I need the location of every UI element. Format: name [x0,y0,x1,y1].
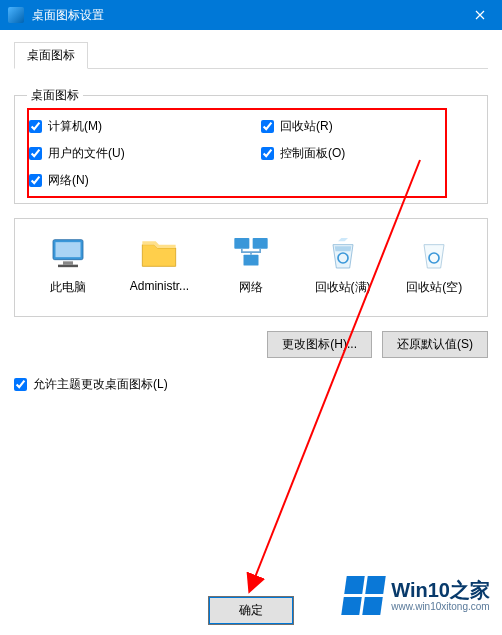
checkbox-allow-theme-label: 允许主题更改桌面图标(L) [33,376,168,393]
this-pc-icon [48,233,88,273]
checkbox-allow-theme[interactable]: 允许主题更改桌面图标(L) [14,376,488,393]
ok-button[interactable]: 确定 [208,596,294,625]
checkbox-allow-theme-input[interactable] [14,378,27,391]
checkbox-userfiles[interactable]: 用户的文件(U) [29,145,241,162]
titlebar: 桌面图标设置 [0,0,502,30]
icon-preview-panel: 此电脑 Administr... 网络 回收站(满) 回收站(空) [14,218,488,317]
windows-logo-icon [342,576,386,615]
checkbox-recyclebin[interactable]: 回收站(R) [261,118,473,135]
watermark: Win10之家 www.win10xitong.com [344,576,490,615]
checkbox-network[interactable]: 网络(N) [29,172,241,189]
checkbox-controlpanel-label: 控制面板(O) [280,145,345,162]
icon-button-row: 更改图标(H)... 还原默认值(S) [14,331,488,358]
icon-this-pc[interactable]: 此电脑 [28,233,108,296]
svg-rect-2 [63,261,73,264]
icon-recycle-full[interactable]: 回收站(满) [303,233,383,296]
system-icon [8,7,24,23]
svg-rect-1 [55,242,80,257]
change-icon-button[interactable]: 更改图标(H)... [267,331,372,358]
group-desktop-icons: 桌面图标 计算机(M) 回收站(R) 用户的文件(U) 控制面板(O) 网络(N… [14,87,488,204]
icon-recycle-full-label: 回收站(满) [303,279,383,296]
icon-user-folder[interactable]: Administr... [119,233,199,296]
close-button[interactable] [457,0,502,30]
checkbox-userfiles-label: 用户的文件(U) [48,145,125,162]
window-title: 桌面图标设置 [32,7,457,24]
checkbox-controlpanel[interactable]: 控制面板(O) [261,145,473,162]
folder-icon [139,233,179,273]
restore-default-button[interactable]: 还原默认值(S) [382,331,488,358]
checkbox-computer-label: 计算机(M) [48,118,102,135]
network-icon [231,233,271,273]
dialog-content: 桌面图标 桌面图标 计算机(M) 回收站(R) 用户的文件(U) 控制面板(O) [0,30,502,393]
checkbox-controlpanel-input[interactable] [261,147,274,160]
watermark-title: Win10之家 [391,579,490,601]
svg-rect-6 [243,255,258,266]
checkbox-recyclebin-label: 回收站(R) [280,118,333,135]
icon-user-folder-label: Administr... [119,279,199,293]
watermark-url: www.win10xitong.com [391,601,490,612]
icon-this-pc-label: 此电脑 [28,279,108,296]
icon-network-label: 网络 [211,279,291,296]
checkbox-recyclebin-input[interactable] [261,120,274,133]
checkbox-userfiles-input[interactable] [29,147,42,160]
group-legend: 桌面图标 [27,87,83,104]
icon-network[interactable]: 网络 [211,233,291,296]
svg-rect-5 [253,238,268,249]
tab-strip: 桌面图标 [14,42,488,69]
checkbox-grid: 计算机(M) 回收站(R) 用户的文件(U) 控制面板(O) 网络(N) [27,114,475,191]
icon-recycle-empty-label: 回收站(空) [394,279,474,296]
checkbox-computer-input[interactable] [29,120,42,133]
checkbox-network-input[interactable] [29,174,42,187]
icon-recycle-empty[interactable]: 回收站(空) [394,233,474,296]
svg-rect-4 [234,238,249,249]
svg-rect-3 [58,265,78,268]
checkbox-computer[interactable]: 计算机(M) [29,118,241,135]
checkbox-network-label: 网络(N) [48,172,89,189]
recycle-empty-icon [414,233,454,273]
recycle-full-icon [323,233,363,273]
tab-desktop-icons[interactable]: 桌面图标 [14,42,88,69]
close-icon [475,10,485,20]
